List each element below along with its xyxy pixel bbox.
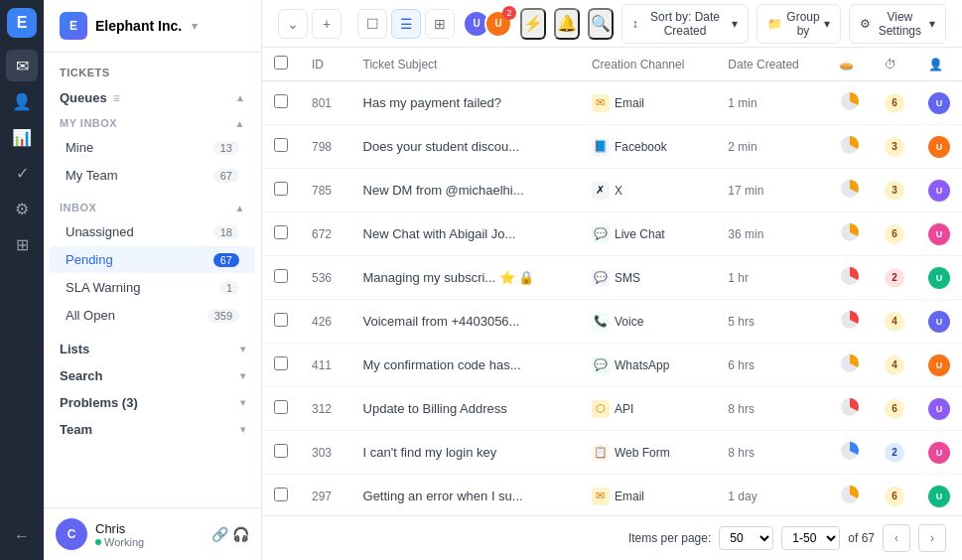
row-subject: I can't find my login key	[351, 431, 580, 475]
problems-header[interactable]: Problems (3) ▾	[44, 387, 261, 414]
inbox-label: INBOX	[60, 202, 96, 213]
sidebar-item-pending[interactable]: Pending 67	[50, 246, 255, 273]
row-date: 2 min	[716, 125, 827, 169]
row-select-checkbox[interactable]	[274, 182, 288, 196]
row-date: 17 min	[716, 169, 827, 212]
view-settings-button[interactable]: ⚙ View Settings ▾	[849, 4, 946, 44]
row-select-checkbox[interactable]	[274, 356, 288, 370]
contacts-icon[interactable]: 👤	[6, 85, 38, 117]
table-header-row: ID Ticket Subject Creation Channel Date …	[262, 48, 962, 81]
table-row[interactable]: 411 My confirmation code has... 💬 WhatsA…	[262, 344, 962, 387]
settings-icon[interactable]: ⚙	[6, 193, 38, 224]
next-page-button[interactable]: ›	[918, 524, 946, 552]
count-badge: 3	[885, 137, 904, 157]
headset-icon[interactable]: 🎧	[232, 526, 249, 542]
row-avatar: U	[916, 300, 962, 344]
queues-header[interactable]: Queues ≡ ▲	[44, 82, 261, 109]
row-select-checkbox[interactable]	[274, 269, 288, 283]
channel-label: Voice	[615, 315, 643, 329]
row-select-checkbox[interactable]	[274, 94, 288, 108]
team-label: Team	[60, 422, 92, 437]
select-all-checkbox[interactable]	[274, 56, 288, 70]
sidebar-tickets-section: Tickets	[44, 61, 261, 82]
table-row[interactable]: 672 New Chat with Abigail Jo... 💬 Live C…	[262, 212, 962, 256]
table-row[interactable]: 312 Update to Billing Address ⬡ API 8 hr…	[262, 387, 962, 431]
row-subject: My confirmation code has...	[351, 344, 580, 387]
app-logo-icon[interactable]: E	[7, 8, 37, 38]
pie-chart-icon	[839, 352, 861, 374]
search-button[interactable]: 🔍	[588, 8, 614, 40]
row-select-checkbox[interactable]	[274, 138, 288, 152]
sidebar-item-unassigned[interactable]: Unassigned 18	[50, 218, 255, 245]
search-header[interactable]: Search ▾	[44, 360, 261, 387]
channel-label: WhatsApp	[615, 358, 669, 372]
prev-page-button[interactable]: ‹	[883, 524, 910, 552]
group-icon: 📁	[767, 17, 782, 31]
sidebar-item-my-team[interactable]: My Team 67	[50, 162, 255, 189]
th-subject-label: Ticket Subject	[363, 58, 438, 71]
tasks-icon[interactable]: ✓	[6, 157, 38, 189]
th-date[interactable]: Date Created	[716, 48, 827, 81]
row-select-checkbox[interactable]	[274, 313, 288, 327]
sidebar: E Elephant Inc. ▾ Tickets Queues ≡ ▲ MY …	[44, 0, 262, 560]
channel-icon: 💬	[592, 225, 610, 243]
reports-icon[interactable]: 📊	[6, 121, 38, 153]
card-view-button[interactable]: ⊞	[425, 9, 455, 39]
row-subject: Managing my subscri... ⭐ 🔒	[351, 256, 580, 300]
row-select-checkbox[interactable]	[274, 488, 288, 501]
row-id: 798	[300, 125, 351, 169]
checkbox-view-button[interactable]: ☐	[357, 9, 387, 39]
sidebar-item-sla-warning[interactable]: SLA Warning 1	[50, 274, 255, 301]
my-team-badge: 67	[213, 169, 239, 183]
pie-chart-icon	[839, 440, 861, 462]
th-id: ID	[300, 48, 351, 81]
add-view-button[interactable]: +	[312, 9, 342, 39]
all-open-label: All Open	[66, 308, 115, 323]
row-select-checkbox[interactable]	[274, 400, 288, 414]
row-count: 6	[873, 81, 916, 125]
page-range-select[interactable]: 1-50	[781, 526, 840, 550]
th-channel-label: Creation Channel	[592, 58, 684, 71]
row-pie	[827, 125, 873, 169]
collapse-button[interactable]: ⌄	[278, 9, 308, 39]
lists-label: Lists	[60, 342, 89, 356]
tickets-table-container: ID Ticket Subject Creation Channel Date …	[262, 48, 962, 515]
table-row[interactable]: 801 Has my payment failed? ✉ Email 1 min…	[262, 81, 962, 125]
assignee-avatar: U	[928, 267, 950, 289]
row-select-checkbox[interactable]	[274, 225, 288, 239]
table-row[interactable]: 536 Managing my subscri... ⭐ 🔒 💬 SMS 1 h…	[262, 256, 962, 300]
list-view-button[interactable]: ☰	[391, 9, 421, 39]
sidebar-item-all-open[interactable]: All Open 359	[50, 302, 255, 329]
count-badge: 6	[885, 93, 904, 113]
table-row[interactable]: 297 Getting an error when I su... ✉ Emai…	[262, 475, 962, 516]
sidebar-item-mine[interactable]: Mine 13	[50, 134, 255, 161]
link-icon[interactable]: 🔗	[211, 526, 228, 542]
row-select-checkbox[interactable]	[274, 444, 288, 458]
team-header[interactable]: Team ▾	[44, 414, 261, 441]
pie-chart-icon	[839, 309, 861, 331]
row-count: 4	[873, 300, 916, 344]
count-badge: 4	[885, 312, 904, 332]
lightning-button[interactable]: ⚡	[520, 8, 546, 40]
bell-button[interactable]: 🔔	[554, 8, 580, 40]
table-row[interactable]: 785 New DM from @michaelhi... ✗ X 17 min…	[262, 169, 962, 212]
inbox-icon[interactable]: ✉	[6, 50, 38, 81]
row-date: 36 min	[716, 212, 827, 256]
lists-chevron-icon: ▾	[240, 344, 245, 354]
table-row[interactable]: 303 I can't find my login key 📋 Web Form…	[262, 431, 962, 475]
tickets-tbody: 801 Has my payment failed? ✉ Email 1 min…	[262, 81, 962, 516]
table-row[interactable]: 426 Voicemail from +4403056... 📞 Voice 5…	[262, 300, 962, 344]
company-dropdown-icon[interactable]: ▾	[192, 20, 198, 33]
table-row[interactable]: 798 Does your student discou... 📘 Facebo…	[262, 125, 962, 169]
row-count: 6	[873, 212, 916, 256]
assignee-avatar: U	[928, 398, 950, 420]
help-icon[interactable]: ←	[6, 520, 38, 552]
avatar-count-badge: 2	[502, 6, 516, 20]
sort-button[interactable]: ↕ Sort by: Date Created ▾	[621, 4, 750, 44]
sort-icon: ↕	[632, 17, 638, 31]
channel-label: X	[615, 184, 622, 198]
integrations-icon[interactable]: ⊞	[6, 228, 38, 260]
items-per-page-select[interactable]: 50 25 100	[719, 526, 773, 550]
lists-header[interactable]: Lists ▾	[44, 334, 261, 360]
group-button[interactable]: 📁 Group by ▾	[756, 4, 840, 44]
